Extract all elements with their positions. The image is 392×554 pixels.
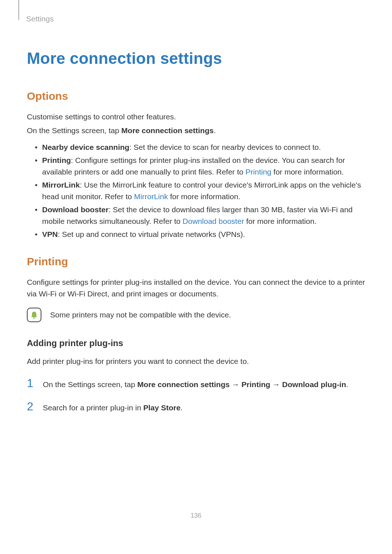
list-item-text-post: for more information. <box>168 192 241 201</box>
step-text-pre: On the Settings screen, tap <box>43 380 137 389</box>
step-text: On the Settings screen, tap More connect… <box>43 379 348 390</box>
list-item: MirrorLink: Use the MirrorLink feature t… <box>27 179 365 202</box>
note-text: Some printers may not be compatible with… <box>50 309 231 321</box>
step-item: 1 On the Settings screen, tap More conne… <box>27 377 365 390</box>
step-number: 1 <box>27 377 37 389</box>
list-item-text-post: for more information. <box>271 168 344 176</box>
step-text-bold: Printing <box>241 380 270 389</box>
step-text-bold: Play Store <box>143 403 181 412</box>
list-item-label: Download booster <box>42 205 109 214</box>
options-list: Nearby device scanning: Set the device t… <box>27 141 365 240</box>
bell-icon <box>30 311 38 319</box>
note-icon <box>27 308 41 322</box>
list-item-label: Nearby device scanning <box>42 143 129 151</box>
list-item: Printing: Configure settings for printer… <box>27 155 365 178</box>
list-item-label: Printing <box>42 156 71 164</box>
step-text-arrow: → <box>230 380 242 389</box>
step-text-arrow: → <box>270 380 282 389</box>
section-heading-options: Options <box>27 90 365 102</box>
options-intro-2: On the Settings screen, tap More connect… <box>27 125 365 136</box>
options-intro-1: Customise settings to control other feat… <box>27 111 365 123</box>
list-item-link[interactable]: Printing <box>245 168 271 176</box>
options-intro-2-post: . <box>214 126 216 135</box>
list-item: VPN: Set up and connect to virtual priva… <box>27 229 365 240</box>
list-item: Nearby device scanning: Set the device t… <box>27 141 365 153</box>
list-item-link[interactable]: MirrorLink <box>134 192 168 201</box>
printing-intro: Configure settings for printer plug-ins … <box>27 276 365 300</box>
list-item-text: : Set up and connect to virtual private … <box>58 230 245 238</box>
note-row: Some printers may not be compatible with… <box>27 308 365 322</box>
step-text-post: . <box>346 380 348 389</box>
list-item-text: : Set the device to scan for nearby devi… <box>129 143 321 151</box>
step-item: 2 Search for a printer plug-in in Play S… <box>27 401 365 414</box>
list-item-label: MirrorLink <box>42 181 80 189</box>
section-heading-printing: Printing <box>27 255 365 268</box>
page-tab-mark <box>18 0 19 20</box>
options-intro-2-pre: On the Settings screen, tap <box>27 126 121 135</box>
subsection-heading-adding-plugins: Adding printer plug-ins <box>27 338 365 348</box>
step-text-post: . <box>180 403 183 412</box>
list-item: Download booster: Set the device to down… <box>27 204 365 227</box>
step-text-bold: Download plug-in <box>282 380 346 389</box>
steps-list: 1 On the Settings screen, tap More conne… <box>27 377 365 414</box>
page-title: More connection settings <box>27 49 365 67</box>
list-item-link[interactable]: Download booster <box>183 217 244 225</box>
adding-plugins-intro: Add printer plug-ins for printers you wa… <box>27 356 365 367</box>
document-page: Settings More connection settings Option… <box>0 0 392 554</box>
list-item-label: VPN <box>42 230 58 238</box>
step-number: 2 <box>27 401 37 412</box>
list-item-text-post: for more information. <box>244 217 317 225</box>
step-text-bold: More connection settings <box>137 380 229 389</box>
breadcrumb: Settings <box>26 15 365 23</box>
step-text: Search for a printer plug-in in Play Sto… <box>43 402 183 414</box>
options-intro-2-bold: More connection settings <box>121 126 213 135</box>
page-number: 136 <box>0 512 392 520</box>
step-text-pre: Search for a printer plug-in in <box>43 403 143 412</box>
